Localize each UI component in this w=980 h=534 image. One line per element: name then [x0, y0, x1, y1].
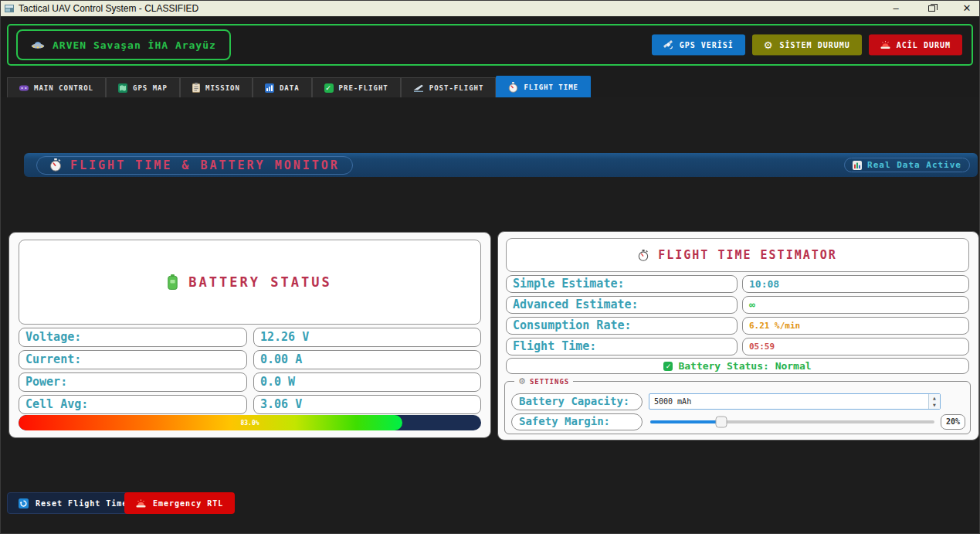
minimize-button[interactable]: – [888, 2, 904, 15]
tab-data[interactable]: DATA [253, 77, 312, 97]
settings-group: ⚙ SETTINGS Battery Capacity: ▲ ▼ Safety … [504, 377, 971, 434]
map-icon [118, 83, 127, 93]
estimator-row-advanced: Advanced Estimate: ∞ [506, 296, 969, 314]
app-title-badge: ARVEN Savaşan İHA Arayüz [16, 29, 231, 60]
banner-title-pill: FLIGHT TIME & BATTERY MONITOR [36, 156, 353, 175]
tab-label: MISSION [205, 84, 240, 92]
settings-legend-text: SETTINGS [530, 378, 569, 386]
battery-row-cell-avg: Cell Avg: 3.06 V [19, 395, 481, 414]
tab-label: GPS MAP [133, 84, 168, 92]
battery-status-normal-row: ✓ Battery Status: Normal [506, 358, 969, 374]
stopwatch-icon [638, 250, 649, 261]
simple-estimate-value: 10:08 [742, 275, 969, 293]
reset-flight-timer-label: Reset Flight Timer [36, 499, 133, 508]
consumption-rate-value: 6.21 %/min [742, 317, 969, 335]
maximize-icon [928, 5, 935, 12]
banner-title: FLIGHT TIME & BATTERY MONITOR [70, 158, 340, 172]
battery-row-voltage: Voltage: 12.26 V [19, 328, 481, 347]
emergency-button[interactable]: ACİL DURUM [869, 35, 962, 56]
gps-data-label: GPS VERİSİ [680, 41, 734, 49]
banner-status-label: Real Data Active [867, 160, 961, 170]
battery-capacity-label: Battery Capacity: [511, 393, 643, 410]
header-frame: ARVEN Savaşan İHA Arayüz GPS VERİSİ ⚙ Sİ… [7, 24, 973, 66]
battery-rows: Voltage: 12.26 V Current: 0.00 A Power: … [19, 328, 481, 417]
tab-main-control[interactable]: MAIN CONTROL [7, 77, 106, 97]
battery-capacity-input[interactable] [649, 393, 941, 410]
emergency-label: ACİL DURUM [897, 41, 951, 49]
slider-handle[interactable] [716, 417, 727, 428]
flight-time-estimator-panel: FLIGHT TIME ESTIMATOR Simple Estimate: 1… [497, 231, 979, 440]
clipboard-icon [192, 83, 200, 93]
spinner-up-icon[interactable]: ▲ [929, 394, 940, 402]
battery-capacity-spinner[interactable]: ▲ ▼ [928, 394, 940, 409]
battery-status-panel: BATTERY STATUS Voltage: 12.26 V Current:… [8, 232, 491, 438]
system-status-button[interactable]: ⚙ SİSTEM DURUMU [752, 35, 862, 56]
simple-estimate-label: Simple Estimate: [506, 275, 738, 293]
battery-progress-bar: 83.0% [19, 415, 481, 430]
maximize-button[interactable] [924, 2, 939, 15]
power-value: 0.0 W [253, 372, 481, 392]
estimator-rows: Simple Estimate: 10:08 Advanced Estimate… [506, 275, 969, 359]
power-label: Power: [19, 372, 247, 392]
window-icon [5, 5, 14, 12]
cell-avg-value: 3.06 V [253, 395, 481, 414]
tab-flight-time[interactable]: FLIGHT TIME [496, 76, 591, 97]
flight-time-label: Flight Time: [506, 338, 738, 355]
current-label: Current: [19, 350, 247, 369]
battery-status-text: Battery Status: Normal [678, 360, 811, 372]
flight-time-page: FLIGHT TIME & BATTERY MONITOR Real Data … [1, 97, 979, 533]
battery-row-current: Current: 0.00 A [19, 350, 481, 369]
battery-row-power: Power: 0.0 W [19, 372, 481, 392]
banner-status-pill: Real Data Active [844, 158, 970, 172]
spinner-down-icon[interactable]: ▼ [929, 402, 940, 410]
advanced-estimate-value: ∞ [742, 296, 969, 314]
header-buttons: GPS VERİSİ ⚙ SİSTEM DURUMU ACİL DURUM [652, 35, 962, 56]
chart-icon [853, 161, 862, 170]
alarm-icon [136, 499, 146, 508]
gamepad-icon [19, 84, 29, 92]
tab-label: DATA [280, 84, 300, 92]
gear-icon: ⚙ [764, 40, 774, 50]
close-button[interactable]: ✕ [959, 2, 975, 15]
section-banner: FLIGHT TIME & BATTERY MONITOR Real Data … [24, 153, 978, 177]
consumption-rate-label: Consumption Rate: [506, 317, 738, 335]
alarm-icon [880, 41, 890, 49]
refresh-icon [19, 498, 29, 508]
current-value: 0.00 A [253, 350, 481, 369]
voltage-value: 12.26 V [253, 328, 481, 347]
cell-avg-label: Cell Avg: [19, 395, 247, 414]
emergency-rtl-button[interactable]: Emergency RTL [124, 492, 235, 514]
app-title: ARVEN Savaşan İHA Arayüz [53, 39, 216, 51]
gear-icon: ⚙ [518, 377, 527, 386]
tab-post-flight[interactable]: POST-FLIGHT [401, 77, 497, 97]
tab-pre-flight[interactable]: ✓ PRE-FLIGHT [312, 77, 401, 97]
app-window: Tactical UAV Control System - CLASSIFIED… [0, 0, 980, 534]
plane-icon [413, 84, 424, 92]
safety-margin-value: 20% [941, 414, 965, 430]
stopwatch-icon [49, 158, 62, 172]
tab-label: FLIGHT TIME [524, 83, 578, 91]
estimator-panel-title: FLIGHT TIME ESTIMATOR [506, 238, 969, 272]
battery-panel-title-text: BATTERY STATUS [188, 274, 331, 290]
checkbox-icon: ✓ [663, 362, 673, 371]
window-title: Tactical UAV Control System - CLASSIFIED [19, 3, 198, 14]
emergency-rtl-label: Emergency RTL [153, 499, 223, 508]
safety-margin-slider[interactable] [650, 413, 934, 430]
satellite-icon [663, 40, 673, 50]
stopwatch-icon [508, 82, 518, 93]
gps-data-button[interactable]: GPS VERİSİ [652, 35, 745, 56]
drone-icon [31, 39, 45, 50]
battery-icon [168, 274, 178, 290]
settings-legend: ⚙ SETTINGS [514, 377, 573, 386]
tab-label: POST-FLIGHT [429, 84, 484, 92]
slider-fill [650, 420, 721, 423]
system-status-label: SİSTEM DURUMU [780, 41, 850, 49]
tab-mission[interactable]: MISSION [180, 77, 253, 97]
tab-gps-map[interactable]: GPS MAP [106, 77, 180, 97]
estimator-row-consumption: Consumption Rate: 6.21 %/min [506, 317, 969, 335]
battery-progress-label: 83.0% [19, 420, 481, 427]
tab-label: PRE-FLIGHT [339, 84, 388, 92]
estimator-panel-title-text: FLIGHT TIME ESTIMATOR [658, 248, 837, 262]
voltage-label: Voltage: [19, 328, 247, 347]
titlebar: Tactical UAV Control System - CLASSIFIED… [1, 1, 979, 16]
